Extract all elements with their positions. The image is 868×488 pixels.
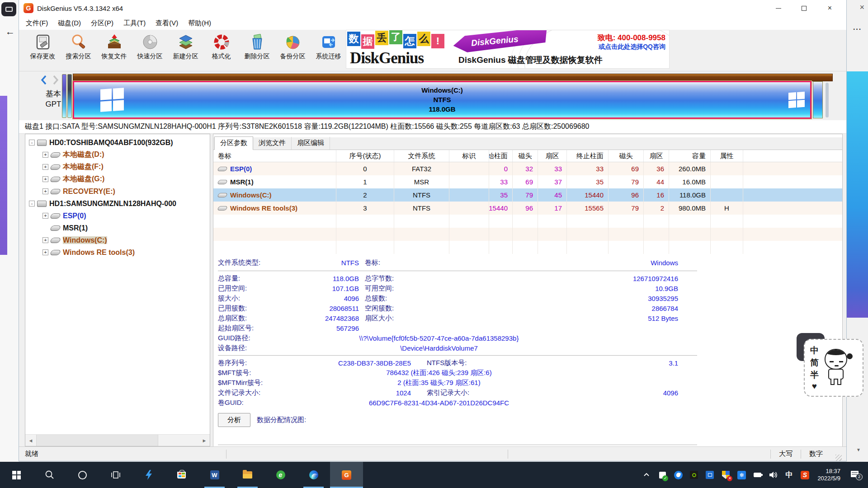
format-button[interactable]: 格式化	[203, 30, 239, 71]
ime-language-indicator[interactable]: 中	[784, 470, 794, 480]
menu-item[interactable]: 磁盘(D)	[53, 19, 86, 28]
tree-item[interactable]: - HD1:SAMSUNGMZNLN128HAHQ-000	[25, 197, 210, 210]
column-header[interactable]: 标识	[449, 150, 489, 162]
tray-intel-icon[interactable]	[705, 470, 715, 480]
tray-snowflake-icon[interactable]: ❄	[736, 470, 746, 480]
tray-sogou-icon[interactable]: S	[800, 470, 810, 480]
new-partition-button[interactable]: 新建分区	[168, 30, 203, 71]
backup-partition-button[interactable]: 备份分区	[275, 30, 311, 71]
green-browser-button[interactable]: e	[264, 462, 297, 488]
banner-qq-link[interactable]: 或点击此处选择QQ咨询	[599, 43, 665, 51]
background-overflow-icon[interactable]: ···	[853, 25, 862, 33]
tree-expander-icon[interactable]: +	[42, 164, 48, 170]
tree-item[interactable]: + 本地磁盘(G:)	[25, 173, 210, 185]
tray-expand-button[interactable]	[642, 470, 651, 480]
background-dropdown-icon[interactable]: ▼	[856, 447, 861, 452]
tree-expander-icon[interactable]: +	[42, 213, 48, 219]
task-view-button[interactable]	[99, 462, 132, 488]
tree-expander-icon[interactable]: +	[42, 249, 48, 255]
next-disk-arrow-icon[interactable]	[52, 75, 59, 85]
file-explorer-button[interactable]	[231, 462, 264, 488]
save-changes-button[interactable]: 保存更改	[25, 30, 61, 71]
tray-volume-icon[interactable]	[768, 470, 778, 480]
ime-status-widget[interactable]: 中 简 半 ♥	[804, 339, 863, 397]
tab[interactable]: 浏览文件	[253, 137, 292, 150]
partition-bar-windows-c[interactable]: Windows(C:) NTFS 118.0GB	[73, 81, 811, 119]
background-app-icon[interactable]	[1, 2, 16, 16]
tree-item[interactable]: + Windows(C:)	[25, 234, 210, 246]
start-button[interactable]	[0, 462, 33, 488]
close-button[interactable]: ×	[817, 0, 843, 16]
tree-expander-icon[interactable]: +	[42, 176, 48, 182]
menu-item[interactable]: 工具(T)	[118, 19, 151, 28]
tree-expander-icon[interactable]: +	[42, 237, 48, 243]
tree-item[interactable]: + RECOVERY(E:)	[25, 185, 210, 197]
tree-item[interactable]: + Windows RE tools(3)	[25, 246, 210, 258]
microsoft-store-button[interactable]	[165, 462, 198, 488]
delete-partition-button[interactable]: 删除分区	[239, 30, 275, 71]
tray-antivirus-icon[interactable]	[657, 470, 667, 480]
quick-partition-button[interactable]: 快速分区	[132, 30, 168, 71]
search-partition-button[interactable]: 搜索分区	[61, 30, 96, 71]
column-header[interactable]: 卷标	[213, 150, 336, 162]
taskbar-clock[interactable]: 18:37 2022/5/9	[817, 468, 840, 482]
column-header[interactable]: 文件系统	[394, 150, 449, 162]
menu-item[interactable]: 文件(F)	[21, 19, 53, 28]
tree-item[interactable]: - HD0:TOSHIBAMQ04ABF100(932GB)	[25, 136, 210, 149]
tray-security-shield-icon[interactable]: ✕	[721, 470, 731, 480]
tree-item[interactable]: + 本地磁盘(F:)	[25, 161, 210, 173]
taskbar-search-button[interactable]	[33, 462, 66, 488]
edge-button[interactable]	[297, 462, 330, 488]
partition-bar-esp[interactable]	[62, 74, 66, 118]
column-header[interactable]: 扇区	[644, 150, 669, 162]
tab[interactable]: 分区参数	[214, 136, 253, 150]
tree-expander-icon[interactable]: -	[29, 201, 35, 206]
scrollbar-thumb[interactable]	[36, 435, 158, 446]
column-header[interactable]: 磁头	[513, 150, 538, 162]
partition-bar-windows-re[interactable]	[813, 81, 823, 118]
scroll-right-icon[interactable]: ►	[199, 438, 210, 443]
maximize-button[interactable]	[791, 0, 817, 16]
back-arrow-icon[interactable]: ←	[5, 26, 15, 37]
table-row[interactable]: Windows(C:) 2 NTFS 35 79 45 15440 96 16 …	[213, 188, 842, 202]
cortana-button[interactable]	[66, 462, 99, 488]
tree-expander-icon[interactable]: +	[42, 188, 48, 194]
column-header[interactable]: 磁头	[609, 150, 644, 162]
prev-disk-arrow-icon[interactable]	[41, 75, 48, 85]
column-header[interactable]: 起始柱面	[489, 150, 513, 162]
column-header[interactable]: 容量	[669, 150, 711, 162]
flash-app-button[interactable]	[132, 462, 165, 488]
tray-messenger-icon[interactable]	[673, 470, 683, 480]
tree-item[interactable]: + 本地磁盘(D:)	[25, 149, 210, 161]
tree-item[interactable]: MSR(1)	[25, 222, 210, 234]
analyze-button[interactable]: 分析	[218, 413, 250, 427]
background-close-icon[interactable]: ×	[859, 3, 864, 12]
column-header[interactable]: 属性	[711, 150, 743, 162]
partition-bar-msr[interactable]	[67, 74, 72, 118]
menu-item[interactable]: 分区(P)	[86, 19, 118, 28]
table-row[interactable]: MSR(1) 1 MSR 33 69 37 35 79 44 16.0MB	[213, 175, 842, 188]
tree-item[interactable]: + ESP(0)	[25, 210, 210, 222]
disk-bar-scrollbar[interactable]	[826, 83, 829, 117]
menu-item[interactable]: 查看(V)	[151, 19, 183, 28]
word-button[interactable]: W	[198, 462, 231, 488]
resize-grip[interactable]	[835, 455, 842, 461]
column-header[interactable]: 扇区	[538, 150, 567, 162]
tray-nvidia-icon[interactable]	[689, 470, 699, 480]
system-migration-button[interactable]: 系统迁移	[311, 30, 346, 71]
table-row[interactable]: ESP(0) 0 FAT32 0 32 33 33 69 36 260.0MB	[213, 162, 842, 175]
disk-bar[interactable]	[73, 74, 833, 81]
scroll-left-icon[interactable]: ◄	[25, 438, 36, 443]
notification-center-button[interactable]: 2	[851, 470, 862, 479]
tab[interactable]: 扇区编辑	[292, 137, 330, 150]
table-row[interactable]: Windows RE tools(3) 3 NTFS 15440 96 17 1…	[213, 202, 842, 215]
diskgenius-taskbar-button[interactable]: G	[330, 462, 363, 488]
minimize-button[interactable]	[765, 0, 791, 16]
tray-power-icon[interactable]	[752, 470, 762, 480]
tree-expander-icon[interactable]: -	[29, 140, 35, 145]
column-header[interactable]: 序号(状态)	[336, 150, 394, 162]
ad-banner[interactable]: 数据丢了怎么! DiskGenius DiskGenius 致电: 400-00…	[346, 30, 670, 69]
tree-expander-icon[interactable]: +	[42, 152, 48, 158]
menu-item[interactable]: 帮助(H)	[183, 19, 216, 28]
column-header[interactable]: 终止柱面	[567, 150, 609, 162]
